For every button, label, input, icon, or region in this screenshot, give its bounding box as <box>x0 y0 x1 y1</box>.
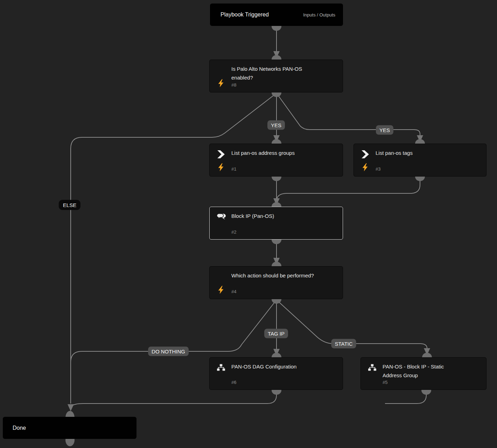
manual-chat-icon <box>217 213 226 222</box>
node-condition-which-action[interactable]: Which action should be performed? #4 <box>209 266 343 299</box>
node-panos-dag-configuration[interactable]: PAN-OS DAG Configuration #6 <box>209 357 343 390</box>
inputs-outputs-link[interactable]: Inputs / Outputs <box>303 12 335 18</box>
edge-6-to-done <box>72 390 276 406</box>
node-title: List pan-os tags <box>376 149 413 157</box>
command-chevron-icon <box>361 150 370 159</box>
node-title: PAN-OS - Block IP - Static Address Group <box>383 362 463 380</box>
branch-label-else: ELSE <box>59 200 80 210</box>
node-title: Is Palo Alto Networks PAN-OS enabled? <box>231 64 321 82</box>
node-panos-block-ip-static-address-group[interactable]: PAN-OS - Block IP - Static Address Group… <box>360 357 486 390</box>
branch-label-do-nothing: DO NOTHING <box>148 347 189 356</box>
node-done[interactable]: Done <box>3 417 136 439</box>
node-condition-is-panos-enabled[interactable]: Is Palo Alto Networks PAN-OS enabled? #8 <box>209 60 343 92</box>
task-number: #3 <box>376 166 380 172</box>
node-title: Which action should be performed? <box>231 271 314 280</box>
condition-diamond-icon <box>217 273 226 282</box>
sub-playbook-sitemap-icon <box>368 364 377 373</box>
node-playbook-triggered[interactable]: Playbook Triggered Inputs / Outputs <box>210 4 343 26</box>
task-number: #1 <box>231 166 236 172</box>
condition-diamond-icon <box>217 66 226 75</box>
task-number: #8 <box>231 82 236 88</box>
automation-bolt-icon <box>218 79 224 88</box>
node-title: Playbook Triggered <box>220 12 269 18</box>
task-number: #6 <box>231 380 236 385</box>
node-title: Done <box>13 425 26 431</box>
node-block-ip-panos[interactable]: Block IP (Pan-OS) #2 <box>209 207 343 240</box>
sub-playbook-sitemap-icon <box>217 364 226 373</box>
edge-8-yes-right <box>276 93 420 135</box>
automation-bolt-icon <box>218 286 224 294</box>
automation-bolt-icon <box>218 163 224 172</box>
branch-label-tag-ip: TAG IP <box>264 329 288 338</box>
branch-label-static: STATIC <box>331 339 356 349</box>
node-title: Block IP (Pan-OS) <box>231 212 274 220</box>
edge-3-to-2 <box>277 177 420 199</box>
branch-label-yes: YES <box>267 120 285 130</box>
node-title: PAN-OS DAG Configuration <box>231 362 296 371</box>
command-chevron-icon <box>217 150 226 159</box>
node-list-panos-address-groups[interactable]: List pan-os address groups #1 <box>209 144 343 177</box>
branch-label-yes: YES <box>376 125 393 135</box>
node-list-panos-tags[interactable]: List pan-os tags #3 <box>354 144 486 177</box>
task-number: #5 <box>383 380 387 385</box>
edge-5-to-done <box>385 390 426 404</box>
node-title: List pan-os address groups <box>231 149 295 157</box>
task-number: #4 <box>231 289 236 294</box>
automation-bolt-icon <box>362 163 369 172</box>
task-number: #2 <box>231 229 236 235</box>
